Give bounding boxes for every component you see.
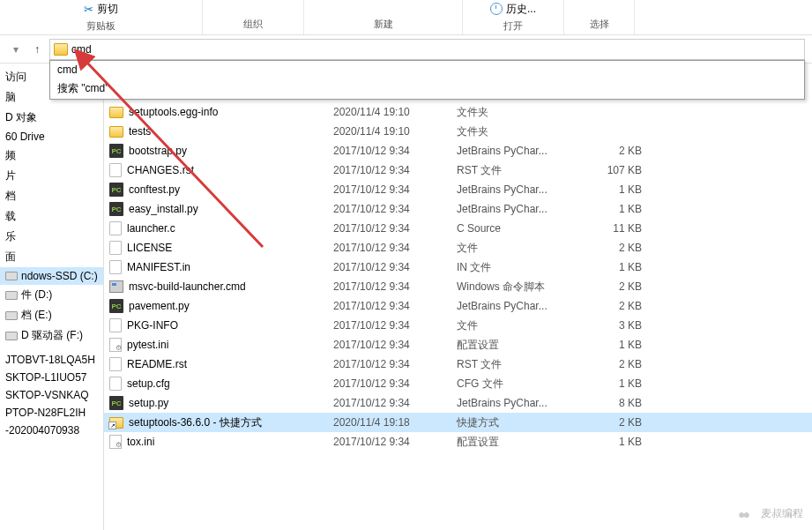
file-row[interactable]: PCpavement.py2017/10/12 9:34JetBrains Py… [104,296,812,316]
file-row[interactable]: setuptools.egg-info2020/11/4 19:10文件夹 [104,102,812,122]
file-date: 2017/10/12 9:34 [333,261,457,273]
file-date: 2017/10/12 9:34 [333,242,457,254]
sidebar-item-label: -202004070938 [5,424,79,437]
sidebar-item[interactable]: -202004070938 [0,422,103,439]
suggestion-cmd[interactable]: cmd [50,61,804,78]
sidebar-item-label: PTOP-N28FL2IH [5,407,86,419]
suggestion-search[interactable]: 搜索 "cmd" [50,78,804,99]
file-row[interactable]: CHANGES.rst2017/10/12 9:34RST 文件107 KB [104,160,812,180]
file-row[interactable]: tests2020/11/4 19:10文件夹 [104,122,812,141]
file-date: 2017/10/12 9:34 [333,145,457,157]
file-name: tox.ini [127,436,154,448]
file-type: IN 文件 [457,260,589,275]
file-row[interactable]: PCsetup.py2017/10/12 9:34JetBrains PyCha… [104,393,812,413]
address-input[interactable] [71,43,801,56]
nav-dropdown-arrow[interactable]: ▾ [7,41,25,58]
sidebar-item-label: SKTOP-VSNKAQ [5,389,88,401]
file-date: 2017/10/12 9:34 [333,397,457,409]
file-row[interactable]: PKG-INFO2017/10/12 9:34文件3 KB [104,316,812,335]
sidebar-item-label: 载 [5,209,16,224]
file-row[interactable]: PCconftest.py2017/10/12 9:34JetBrains Py… [104,180,812,199]
file-row[interactable]: PCbootstrap.py2017/10/12 9:34JetBrains P… [104,141,812,160]
nav-up-arrow[interactable]: ↑ [28,41,46,58]
sidebar-item[interactable]: 载 [0,206,103,227]
file-type: 配置设置 [457,338,589,353]
file-name: LICENSE [127,242,172,254]
file-type: 快捷方式 [457,415,589,430]
drive-icon [5,332,18,340]
sidebar-item[interactable]: 面 [0,247,103,267]
sidebar-item[interactable]: 乐 [0,227,103,247]
sidebar-item-label: 面 [5,250,16,265]
file-type: JetBrains PyChar... [457,397,589,409]
file-row[interactable]: pytest.ini2017/10/12 9:34配置设置1 KB [104,335,812,355]
file-type: RST 文件 [457,357,589,372]
sidebar-item[interactable]: JTOBVT-18LQA5H [0,351,103,369]
file-name: setuptools.egg-info [129,106,218,118]
sidebar-item[interactable]: PTOP-N28FL2IH [0,404,103,422]
sidebar-item[interactable]: ndows-SSD (C:) [0,267,103,285]
sidebar-item[interactable]: SKTOP-L1IUO57 [0,369,103,386]
wechat-icon [738,507,756,521]
file-size: 11 KB [589,222,651,235]
history-label[interactable]: 历史... [506,2,536,17]
file-size: 1 KB [589,339,651,351]
py-icon: PC [109,144,123,158]
sidebar-item[interactable]: D 对象 [0,108,103,128]
sidebar-item[interactable]: SKTOP-VSNKAQ [0,386,103,404]
file-size: 8 KB [589,397,651,409]
file-type: 文件夹 [457,105,589,120]
ribbon-bar: ✂ 剪切 剪贴板 组织 新建 历史... 打开 选择 [0,0,812,35]
file-row[interactable]: setuptools-36.6.0 - 快捷方式2020/11/4 19:18快… [104,413,812,432]
file-type: 文件 [457,241,589,256]
drive-icon [5,311,18,320]
sidebar-item-label: 频 [5,148,16,163]
sidebar-item-label: ndows-SSD (C:) [21,270,98,282]
file-row[interactable]: setup.cfg2017/10/12 9:34CFG 文件1 KB [104,374,812,393]
open-group-label: 打开 [503,19,523,33]
file-row[interactable]: README.rst2017/10/12 9:34RST 文件2 KB [104,355,812,374]
file-row[interactable]: launcher.c2017/10/12 9:34C Source11 KB [104,219,812,238]
folder-icon [109,126,123,138]
sidebar-item[interactable]: 件 (D:) [0,285,103,305]
sidebar-item-label: JTOBVT-18LQA5H [5,354,95,366]
file-row[interactable]: LICENSE2017/10/12 9:34文件2 KB [104,238,812,258]
sidebar-item[interactable]: 档 (E:) [0,305,103,325]
file-date: 2020/11/4 19:10 [333,106,457,118]
file-row[interactable]: tox.ini2017/10/12 9:34配置设置1 KB [104,432,812,452]
history-icon[interactable] [490,3,503,15]
file-size: 2 KB [589,416,651,429]
file-name: setuptools-36.6.0 - 快捷方式 [129,415,262,430]
file-name: tests [129,125,151,138]
file-row[interactable]: MANIFEST.in2017/10/12 9:34IN 文件1 KB [104,258,812,277]
sidebar-item[interactable]: 档 [0,186,103,206]
file-name: easy_install.py [129,203,198,215]
sidebar-item-label: 访问 [5,70,26,85]
file-date: 2017/10/12 9:34 [333,436,457,448]
sidebar-item[interactable]: 片 [0,166,103,186]
cmd-icon [109,280,123,293]
file-date: 2017/10/12 9:34 [333,319,457,332]
sidebar-item-label: 乐 [5,229,16,244]
file-list: pkg_resources2020/11/4 19:10文件夹setuptool… [104,63,812,530]
py-icon: PC [109,183,123,197]
file-date: 2020/11/4 19:18 [333,416,457,429]
file-date: 2017/10/12 9:34 [333,222,457,235]
file-size: 1 KB [589,436,651,448]
sidebar-item-label: 档 [5,189,16,204]
sidebar-item-label: 60 Drive [5,131,45,143]
sidebar-item[interactable]: 频 [0,146,103,166]
file-size: 3 KB [589,319,651,332]
file-type: JetBrains PyChar... [457,300,589,312]
sidebar-item[interactable]: D 驱动器 (F:) [0,325,103,346]
file-name: setup.py [129,397,168,409]
file-name: pytest.ini [127,339,168,351]
file-size: 1 KB [589,377,651,390]
address-bar[interactable] [49,39,805,60]
file-row[interactable]: PCeasy_install.py2017/10/12 9:34JetBrain… [104,199,812,219]
cut-label[interactable]: 剪切 [97,2,118,17]
sidebar-item[interactable]: 60 Drive [0,128,103,146]
ribbon-open-group: 历史... 打开 [463,0,564,34]
file-row[interactable]: msvc-build-launcher.cmd2017/10/12 9:34Wi… [104,277,812,296]
cut-icon[interactable]: ✂ [84,3,93,16]
